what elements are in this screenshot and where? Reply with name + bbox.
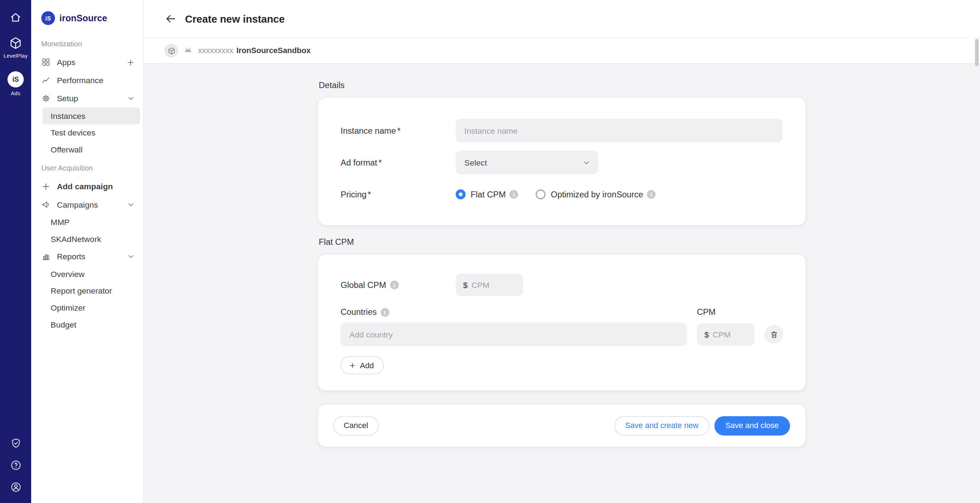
- scrollbar-thumb[interactable]: [975, 39, 979, 67]
- page-title: Create new instance: [185, 13, 285, 25]
- bar-chart-icon: [41, 252, 51, 261]
- details-section-title: Details: [319, 81, 806, 90]
- plus-icon: [41, 182, 51, 191]
- product-rail: LevelPlay iS Ads: [0, 0, 31, 503]
- account-icon[interactable]: [10, 481, 22, 493]
- country-input[interactable]: [341, 323, 687, 346]
- sidebar-item-label: Campaigns: [57, 200, 98, 209]
- ad-format-label: Ad format *: [341, 158, 456, 167]
- sidebar-item-label: Offerwall: [51, 145, 83, 154]
- form-actions-card: Cancel Save and create new Save and clos…: [318, 404, 806, 447]
- pricing-label: Pricing *: [341, 189, 456, 199]
- sidebar-item-mmp[interactable]: MMP: [31, 214, 143, 231]
- rail-item-ads[interactable]: iS Ads: [8, 71, 24, 96]
- ironsource-ads-logo-icon: iS: [8, 71, 24, 88]
- sidebar-item-label: Budget: [51, 320, 76, 329]
- privacy-shield-icon[interactable]: [10, 438, 22, 450]
- sidebar-item-skadnetwork[interactable]: SKAdNetwork: [31, 231, 143, 248]
- delete-country-button[interactable]: [765, 325, 783, 344]
- ad-format-row: Ad format * Select: [341, 151, 783, 174]
- save-buttons-group: Save and create new Save and close: [614, 416, 790, 435]
- android-icon: [183, 46, 193, 56]
- sidebar-item-campaigns[interactable]: Campaigns: [31, 196, 143, 214]
- global-cpm-input[interactable]: $: [456, 274, 523, 296]
- radio-unselected-icon[interactable]: [536, 189, 546, 199]
- flat-cpm-card: Global CPM $ Countries CPM: [318, 254, 806, 390]
- section-label-user-acquisition: User Acquisition: [31, 158, 143, 178]
- sidebar-item-overview[interactable]: Overview: [31, 266, 143, 283]
- app-cube-icon: [167, 47, 175, 55]
- app-avatar: [164, 44, 178, 58]
- app-name: IronSourceSandbox: [236, 46, 311, 55]
- performance-chart-icon: [41, 76, 51, 85]
- megaphone-icon: [41, 200, 51, 209]
- sidebar-item-add-campaign[interactable]: Add campaign: [31, 178, 143, 196]
- sidebar-item-label: Instances: [51, 111, 85, 120]
- sidebar-item-setup[interactable]: Setup: [31, 89, 143, 108]
- countries-label: Countries: [341, 307, 697, 317]
- sidebar-item-label: Apps: [57, 58, 75, 67]
- radio-label: Flat CPM: [471, 189, 506, 199]
- cpm-column-label: CPM: [697, 307, 716, 317]
- pricing-row: Pricing * Flat CPM: [341, 183, 783, 206]
- country-cpm-input[interactable]: $: [697, 323, 755, 345]
- add-country-button[interactable]: Add: [341, 356, 384, 374]
- info-icon[interactable]: [647, 190, 656, 199]
- radio-selected-icon[interactable]: [456, 189, 466, 199]
- plus-icon: [349, 361, 356, 369]
- country-cpm-field[interactable]: [713, 329, 748, 339]
- home-icon: [9, 11, 22, 24]
- currency-symbol: $: [705, 329, 709, 339]
- instance-name-input[interactable]: [456, 119, 783, 143]
- sidebar-item-label: Overview: [51, 269, 84, 279]
- sidebar-item-label: Optimizer: [51, 303, 85, 312]
- app-id: xxxxxxxxx: [198, 46, 233, 55]
- cancel-button[interactable]: Cancel: [333, 416, 379, 435]
- app-context-bar: xxxxxxxxx IronSourceSandbox: [144, 38, 980, 64]
- sidebar: iS ironSource Monetization Apps Performa…: [31, 0, 144, 503]
- radio-label: Optimized by ironSource: [551, 189, 643, 199]
- ad-format-select[interactable]: Select: [456, 151, 598, 174]
- sidebar-item-report-generator[interactable]: Report generator: [31, 282, 143, 299]
- brand[interactable]: iS ironSource: [31, 0, 143, 33]
- save-and-close-button[interactable]: Save and close: [714, 416, 790, 435]
- info-icon[interactable]: [509, 190, 518, 199]
- global-cpm-field[interactable]: [471, 280, 517, 289]
- chevron-down-icon: [127, 94, 135, 103]
- content-area: Details Instance name * Ad format *: [144, 64, 980, 503]
- currency-symbol: $: [463, 280, 468, 289]
- sidebar-item-reports[interactable]: Reports: [31, 248, 143, 266]
- sidebar-item-offerwall[interactable]: Offerwall: [31, 141, 143, 158]
- rail-item-home[interactable]: [9, 11, 22, 24]
- sidebar-item-optimizer[interactable]: Optimizer: [31, 299, 143, 316]
- trash-icon: [769, 329, 778, 339]
- required-mark: *: [368, 189, 371, 199]
- info-icon[interactable]: [380, 308, 389, 317]
- optimized-radio-option[interactable]: Optimized by ironSource: [536, 189, 655, 199]
- flat-cpm-radio-option[interactable]: Flat CPM: [456, 189, 518, 199]
- instance-name-row: Instance name *: [341, 119, 783, 143]
- add-button-label: Add: [360, 361, 374, 370]
- sidebar-item-performance[interactable]: Performance: [31, 71, 143, 89]
- pricing-options: Flat CPM Optimized by ironSource: [456, 189, 655, 199]
- rail-item-levelplay[interactable]: LevelPlay: [3, 36, 28, 59]
- page-header: Create new instance: [144, 0, 980, 38]
- flat-cpm-section-title: Flat CPM: [319, 237, 806, 247]
- sidebar-item-label: Reports: [57, 252, 85, 261]
- add-app-plus-icon[interactable]: [126, 58, 135, 67]
- global-cpm-label: Global CPM: [341, 280, 456, 289]
- details-card: Instance name * Ad format * Select: [318, 98, 806, 225]
- save-and-create-new-button[interactable]: Save and create new: [614, 416, 710, 435]
- apps-grid-icon: [41, 58, 51, 67]
- help-icon[interactable]: [10, 459, 22, 471]
- sidebar-item-test-devices[interactable]: Test devices: [31, 124, 143, 142]
- brand-name: ironSource: [59, 13, 107, 23]
- sidebar-item-label: MMP: [51, 218, 70, 227]
- back-arrow-icon[interactable]: [164, 13, 177, 25]
- chevron-down-icon: [127, 201, 135, 209]
- sidebar-item-apps[interactable]: Apps: [31, 53, 143, 71]
- required-mark: *: [379, 158, 382, 167]
- sidebar-item-instances[interactable]: Instances: [43, 108, 140, 124]
- sidebar-item-budget[interactable]: Budget: [31, 316, 143, 333]
- info-icon[interactable]: [390, 280, 399, 289]
